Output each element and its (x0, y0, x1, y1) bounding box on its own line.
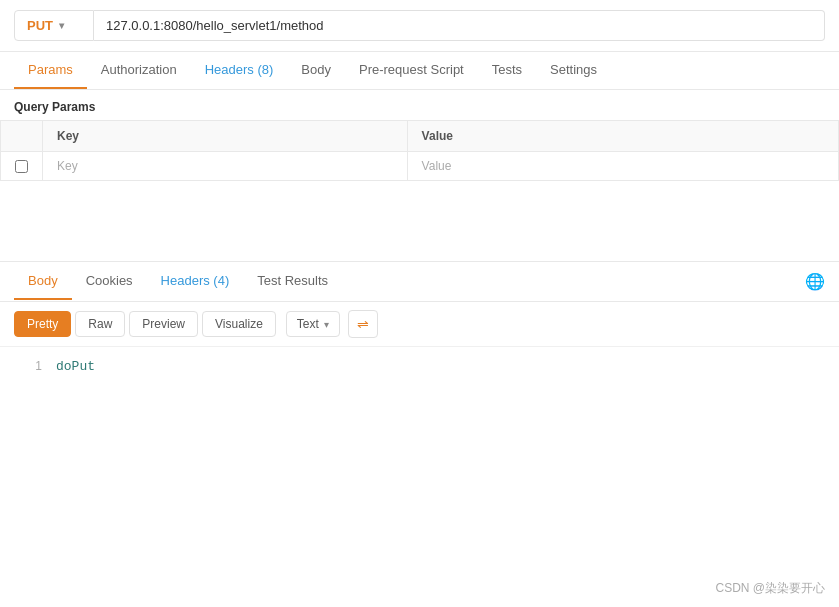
query-params-label: Query Params (0, 90, 839, 120)
watermark: CSDN @染染要开心 (715, 580, 825, 597)
col-value: Value (407, 121, 838, 152)
fmt-btn-pretty[interactable]: Pretty (14, 311, 71, 337)
response-tabs: Body Cookies Headers (4) Test Results 🌐 (0, 262, 839, 302)
col-key: Key (43, 121, 408, 152)
tab-settings[interactable]: Settings (536, 52, 611, 89)
col-checkbox (1, 121, 43, 152)
fmt-btn-raw[interactable]: Raw (75, 311, 125, 337)
url-bar: PUT ▾ (0, 0, 839, 52)
fmt-btn-visualize[interactable]: Visualize (202, 311, 276, 337)
res-tab-cookies[interactable]: Cookies (72, 263, 147, 300)
tab-tests[interactable]: Tests (478, 52, 536, 89)
wrap-icon: ⇌ (357, 316, 369, 332)
res-tab-body[interactable]: Body (14, 263, 72, 300)
row-checkbox-cell (1, 152, 43, 181)
globe-icon[interactable]: 🌐 (805, 262, 825, 301)
text-format-chevron: ▾ (324, 319, 329, 330)
tab-prerequest[interactable]: Pre-request Script (345, 52, 478, 89)
response-section: Body Cookies Headers (4) Test Results 🌐 … (0, 261, 839, 386)
table-row: Key Value (1, 152, 839, 181)
url-input[interactable] (94, 10, 825, 41)
response-body: 1 doPut (0, 347, 839, 386)
text-format-select[interactable]: Text ▾ (286, 311, 340, 337)
tab-params[interactable]: Params (14, 52, 87, 89)
row-value[interactable]: Value (407, 152, 838, 181)
request-tabs: Params Authorization Headers (8) Body Pr… (0, 52, 839, 90)
format-toolbar: Pretty Raw Preview Visualize Text ▾ ⇌ (0, 302, 839, 347)
tab-headers[interactable]: Headers (8) (191, 52, 288, 89)
wrap-button[interactable]: ⇌ (348, 310, 378, 338)
res-tab-headers[interactable]: Headers (4) (147, 263, 244, 300)
fmt-btn-preview[interactable]: Preview (129, 311, 198, 337)
method-chevron: ▾ (59, 20, 64, 31)
method-label: PUT (27, 18, 53, 33)
spacer (0, 181, 839, 261)
params-table: Key Value Key Value (0, 120, 839, 181)
text-format-label: Text (297, 317, 319, 331)
code-line: 1 doPut (0, 357, 839, 376)
code-content: doPut (56, 359, 95, 374)
line-number: 1 (14, 359, 42, 373)
tab-body[interactable]: Body (287, 52, 345, 89)
row-checkbox[interactable] (15, 160, 28, 173)
method-select[interactable]: PUT ▾ (14, 10, 94, 41)
tab-authorization[interactable]: Authorization (87, 52, 191, 89)
res-tab-testresults[interactable]: Test Results (243, 263, 342, 300)
row-key[interactable]: Key (43, 152, 408, 181)
